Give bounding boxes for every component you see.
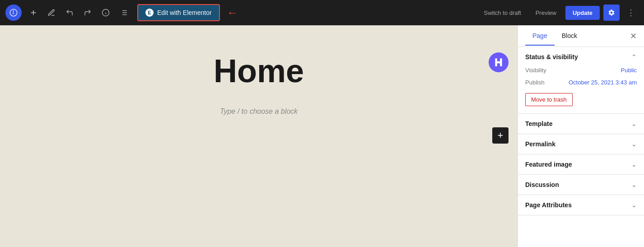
close-sidebar-button[interactable]: ✕ [630, 31, 637, 41]
permalink-section: Permalink ⌄ [518, 134, 644, 154]
arrow-indicator: ← [227, 6, 238, 19]
visibility-value[interactable]: Public [621, 67, 637, 74]
sidebar: Page Block ✕ Status & visibility ⌃ Visib… [518, 25, 644, 247]
status-visibility-content: Visibility Public Publish October 25, 20… [518, 67, 644, 113]
publish-row: Publish October 25, 2021 3:43 am [525, 79, 637, 86]
wordpress-logo[interactable] [5, 5, 22, 21]
template-header[interactable]: Template ⌄ [518, 114, 644, 134]
undo-button[interactable] [61, 5, 78, 21]
discussion-section: Discussion ⌄ [518, 175, 644, 195]
featured-image-title: Featured image [525, 161, 572, 168]
featured-image-chevron: ⌄ [631, 161, 637, 168]
switch-to-draft-button[interactable]: Switch to draft [478, 7, 526, 19]
tab-page[interactable]: Page [525, 27, 555, 46]
toolbar-left [5, 5, 132, 21]
add-block-button[interactable]: + [492, 127, 509, 144]
publish-value[interactable]: October 25, 2021 3:43 am [569, 79, 637, 86]
sidebar-header: Page Block ✕ [518, 25, 644, 47]
page-attributes-header[interactable]: Page Attributes ⌄ [518, 195, 644, 215]
page-title: Home [214, 52, 304, 89]
toolbar-right: Switch to draft Preview Update ⋮ [478, 5, 639, 21]
featured-image-section: Featured image ⌄ [518, 154, 644, 175]
page-attributes-section: Page Attributes ⌄ [518, 195, 644, 215]
permalink-title: Permalink [525, 140, 555, 148]
discussion-header[interactable]: Discussion ⌄ [518, 175, 644, 195]
add-block-toolbar-button[interactable] [25, 5, 42, 21]
toolbar: E Edit with Elementor ← Switch to draft … [0, 0, 644, 25]
settings-button[interactable] [603, 5, 620, 21]
preview-button[interactable]: Preview [530, 7, 562, 19]
template-section: Template ⌄ [518, 114, 644, 134]
list-view-button[interactable] [116, 5, 132, 21]
status-visibility-title: Status & visibility [525, 53, 578, 61]
redo-button[interactable] [79, 5, 96, 21]
featured-image-header[interactable]: Featured image ⌄ [518, 154, 644, 174]
visibility-label: Visibility [525, 67, 546, 74]
toolbar-center: E Edit with Elementor ← [137, 4, 238, 21]
edit-elementor-label: Edit with Elementor [157, 9, 212, 16]
elementor-badge [489, 52, 509, 72]
elementor-icon: E [145, 9, 154, 17]
status-visibility-section: Status & visibility ⌃ Visibility Public … [518, 47, 644, 114]
tools-button[interactable] [43, 5, 60, 21]
tab-block[interactable]: Block [555, 27, 584, 46]
permalink-chevron: ⌄ [631, 140, 637, 148]
template-title: Template [525, 120, 552, 127]
status-visibility-header[interactable]: Status & visibility ⌃ [518, 47, 644, 67]
page-attributes-chevron: ⌄ [631, 201, 637, 209]
move-to-trash-button[interactable]: Move to trash [525, 93, 573, 106]
permalink-header[interactable]: Permalink ⌄ [518, 134, 644, 154]
page-attributes-title: Page Attributes [525, 201, 572, 209]
publish-label: Publish [525, 79, 545, 86]
visibility-row: Visibility Public [525, 67, 637, 74]
template-chevron: ⌄ [631, 120, 637, 127]
main-area: Home Type / to choose a block + Page Blo… [0, 25, 644, 247]
more-options-button[interactable]: ⋮ [623, 6, 639, 19]
block-placeholder: Type / to choose a block [220, 107, 298, 116]
editor-canvas[interactable]: Home Type / to choose a block + [0, 25, 518, 247]
update-button[interactable]: Update [565, 6, 600, 20]
sidebar-tabs: Page Block [525, 27, 584, 46]
discussion-title: Discussion [525, 181, 559, 188]
status-visibility-chevron: ⌃ [631, 53, 637, 61]
discussion-chevron: ⌄ [631, 181, 637, 188]
edit-with-elementor-button[interactable]: E Edit with Elementor [137, 4, 220, 21]
info-button[interactable] [98, 5, 114, 21]
